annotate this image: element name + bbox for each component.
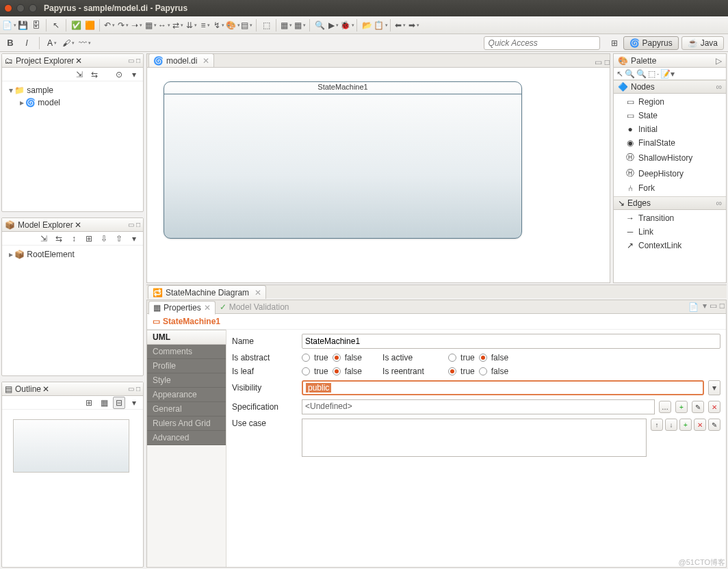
view-maximize-button[interactable]: □	[136, 57, 140, 64]
window-minimize-button[interactable]	[16, 4, 25, 12]
perspective-papyrus[interactable]: 🌀 Papyrus	[623, 36, 679, 50]
isleaf-false-radio[interactable]	[333, 367, 341, 375]
select-tool-icon[interactable]: ↖	[616, 69, 623, 79]
isabstract-true-radio[interactable]	[302, 354, 310, 362]
palette-item-state[interactable]: ▭State	[614, 109, 726, 122]
view-maximize-button[interactable]: □	[136, 221, 140, 228]
focus-button[interactable]: ⊙	[113, 68, 125, 81]
spec-delete-button[interactable]: ✕	[708, 401, 720, 413]
view-minimize-button[interactable]: ▭	[128, 221, 134, 228]
editor-tab-model[interactable]: 🌀 model.di ✕	[148, 53, 214, 67]
cat-profile[interactable]: Profile	[147, 359, 226, 373]
palette-header[interactable]: 🎨 Palette ▷	[614, 54, 726, 68]
link-editor-button[interactable]: ⇆	[88, 68, 101, 81]
tab-model-validation[interactable]: ✓ Model Validation	[216, 301, 294, 313]
props-minimize-button[interactable]: ▭	[710, 301, 717, 313]
palette-item-shallowhistory[interactable]: ⒽShallowHistory	[614, 150, 726, 166]
filter-dropdown[interactable]: ▤	[240, 19, 252, 31]
cat-uml[interactable]: UML	[147, 330, 226, 345]
outline-both-button[interactable]: ⊟	[113, 397, 125, 409]
distribute-dropdown[interactable]: ⇄	[172, 19, 184, 31]
back-dropdown[interactable]: ⬅	[394, 19, 406, 31]
palette-item-deephistory[interactable]: ⒽDeepHistory	[614, 166, 726, 181]
model-explorer-header[interactable]: 📦 Model Explorer ✕ ▭ □	[2, 218, 143, 232]
view-minimize-button[interactable]: ▭	[128, 57, 134, 64]
isabstract-false-radio[interactable]	[333, 354, 341, 362]
editor-minimize-button[interactable]: ▭	[595, 57, 602, 67]
diagram-canvas[interactable]: StateMachine1	[147, 68, 610, 282]
usecase-delete-button[interactable]: ✕	[694, 419, 706, 431]
palette-collapse-icon[interactable]: ▷	[716, 56, 722, 66]
usecase-edit-button[interactable]: ✎	[708, 419, 720, 431]
forward-dropdown[interactable]: ➡	[408, 19, 420, 31]
edges-drawer-header[interactable]: ↘ Edges ∞	[614, 196, 726, 210]
appearance-dropdown[interactable]: 🎨	[226, 19, 239, 31]
visibility-input[interactable]: public	[302, 380, 704, 395]
search-button[interactable]: 🔍	[313, 19, 326, 31]
window-close-button[interactable]	[4, 4, 12, 12]
palette-item-region[interactable]: ▭Region	[614, 95, 726, 109]
fill-color-button[interactable]: 🖌	[62, 37, 75, 49]
italic-button[interactable]: I	[21, 37, 33, 49]
new-dropdown-button[interactable]: 📄	[3, 19, 15, 31]
view-maximize-button[interactable]: □	[136, 385, 140, 393]
usecase-up-button[interactable]: ↑	[651, 419, 663, 431]
palette-item-contextlink[interactable]: ↗ContextLink	[614, 239, 726, 252]
props-maximize-button[interactable]: □	[720, 301, 725, 313]
bold-button[interactable]: B	[4, 37, 16, 49]
open-task-button[interactable]: 📂	[361, 19, 373, 31]
run-dropdown[interactable]: ▶	[327, 19, 339, 31]
usecase-list[interactable]	[302, 419, 647, 457]
order-dropdown[interactable]: ≡	[199, 19, 211, 31]
font-color-button[interactable]: A	[46, 37, 58, 49]
zoom-out-icon[interactable]: 🔍	[636, 69, 647, 79]
nodes-drawer-header[interactable]: 🔷 Nodes ∞	[614, 80, 726, 94]
close-diagram-tab-icon[interactable]: ✕	[255, 288, 261, 297]
cat-style[interactable]: Style	[147, 373, 226, 388]
outline-overview-button[interactable]: ▦	[98, 397, 110, 409]
me-export-button[interactable]: ⇧	[113, 233, 125, 245]
view-minimize-button[interactable]: ▭	[128, 385, 134, 393]
cat-advanced[interactable]: Advanced	[147, 431, 226, 445]
tree-item-rootelement[interactable]: ▸📦 RootElement	[6, 248, 139, 261]
usecase-down-button[interactable]: ↓	[665, 419, 677, 431]
router-dropdown[interactable]: ↯	[213, 19, 225, 31]
isleaf-true-radio[interactable]	[302, 367, 310, 375]
collapse-all-button[interactable]: ⇲	[73, 68, 86, 81]
spec-edit-button[interactable]: ✎	[692, 401, 704, 413]
layout-dropdown[interactable]: ▦	[144, 19, 157, 31]
line-color-button[interactable]: 〰	[79, 37, 91, 49]
perspective-dropdown[interactable]: 📋	[374, 19, 387, 31]
snap-dropdown[interactable]: ▦	[294, 19, 306, 31]
props-menu-button[interactable]: ▾	[703, 301, 707, 313]
me-filter-button[interactable]: ⊞	[83, 233, 95, 245]
me-import-button[interactable]: ⇩	[98, 233, 110, 245]
zoom-in-icon[interactable]: 🔍	[625, 69, 635, 79]
cat-rulers[interactable]: Rulers And Grid	[147, 416, 226, 431]
palette-item-finalstate[interactable]: ◉FinalState	[614, 136, 726, 150]
outline-menu-button[interactable]: ▾	[128, 397, 140, 409]
align-dropdown[interactable]: ↔	[158, 19, 170, 31]
isactive-false-radio[interactable]	[479, 354, 487, 362]
spec-add-button[interactable]: +	[675, 401, 688, 413]
window-maximize-button[interactable]	[29, 4, 37, 12]
tab-properties[interactable]: ▦ Properties ✕	[148, 301, 216, 315]
me-sort-button[interactable]: ↕	[68, 233, 80, 245]
name-input[interactable]	[302, 334, 720, 349]
palette-item-initial[interactable]: ●Initial	[614, 122, 726, 136]
me-menu-button[interactable]: ▾	[128, 233, 140, 245]
arrange-dropdown[interactable]: ⇊	[185, 19, 198, 31]
palette-item-fork[interactable]: ⑃Fork	[614, 181, 726, 195]
save-button[interactable]: 💾	[16, 19, 29, 31]
isreentrant-false-radio[interactable]	[479, 367, 487, 375]
cat-appearance[interactable]: Appearance	[147, 388, 226, 402]
me-link-button[interactable]: ⇆	[53, 233, 65, 245]
editor-maximize-button[interactable]: □	[605, 57, 610, 67]
open-perspective-button[interactable]: ⊞	[608, 37, 621, 49]
cat-general[interactable]: General	[147, 402, 226, 416]
outline-thumbnail[interactable]	[13, 419, 129, 473]
spec-browse-button[interactable]: …	[659, 401, 671, 413]
select-all-button[interactable]: ⬚	[260, 19, 272, 31]
project-explorer-header[interactable]: 🗂 Project Explorer ✕ ▭ □	[2, 54, 143, 68]
palette-item-link[interactable]: ─Link	[614, 225, 726, 239]
